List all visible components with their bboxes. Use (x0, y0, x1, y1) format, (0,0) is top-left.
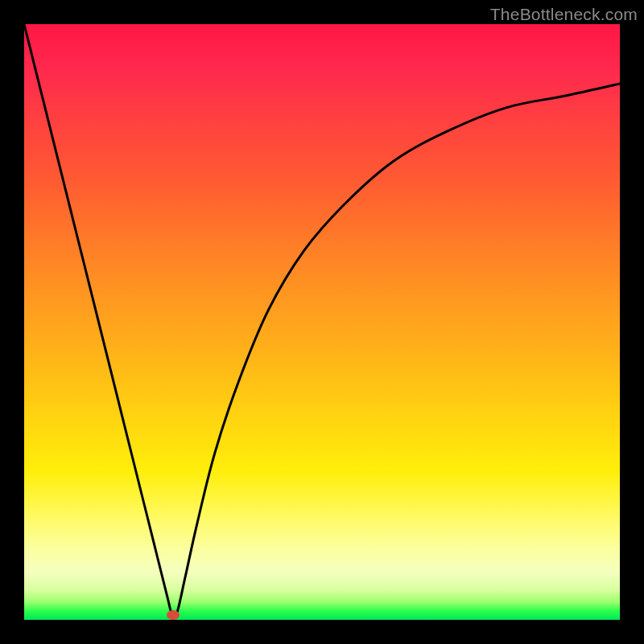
curve-layer (24, 24, 620, 620)
bottleneck-curve-path (24, 24, 620, 617)
min-marker (167, 610, 180, 620)
watermark-text: TheBottleneck.com (490, 5, 638, 24)
plot-area (24, 24, 620, 620)
chart-frame: TheBottleneck.com (0, 0, 644, 644)
